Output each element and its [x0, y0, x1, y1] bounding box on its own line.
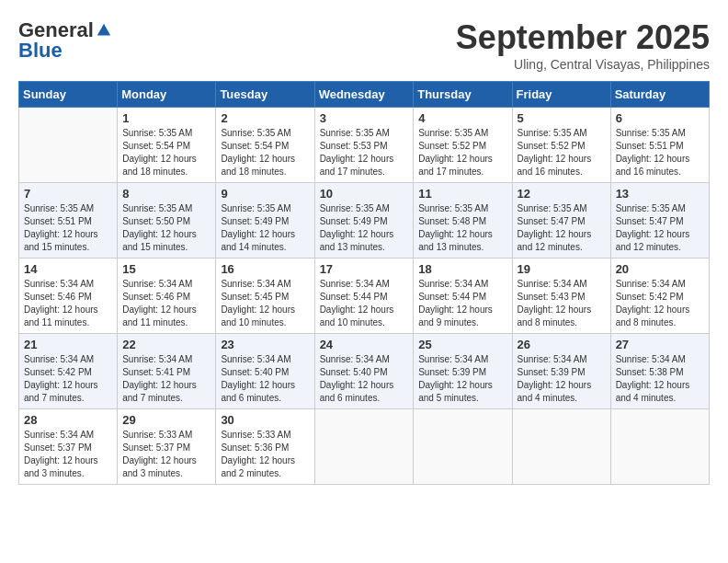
day-info: Sunrise: 5:35 AM Sunset: 5:50 PM Dayligh… [122, 202, 210, 254]
day-number: 27 [616, 338, 704, 351]
day-info: Sunrise: 5:35 AM Sunset: 5:47 PM Dayligh… [518, 202, 606, 254]
svg-marker-0 [97, 24, 110, 36]
day-number: 30 [221, 413, 309, 427]
day-number: 11 [418, 187, 506, 201]
logo: General Blue [18, 18, 112, 63]
calendar-cell [19, 108, 118, 183]
day-number: 10 [320, 187, 409, 201]
day-number: 17 [320, 262, 409, 276]
day-number: 20 [616, 262, 704, 276]
day-number: 3 [320, 111, 409, 125]
day-info: Sunrise: 5:34 AM Sunset: 5:37 PM Dayligh… [24, 429, 112, 480]
day-info: Sunrise: 5:34 AM Sunset: 5:44 PM Dayligh… [418, 278, 506, 329]
calendar-cell: 28Sunrise: 5:34 AM Sunset: 5:37 PM Dayli… [19, 409, 118, 485]
calendar-cell: 2Sunrise: 5:35 AM Sunset: 5:54 PM Daylig… [216, 108, 314, 183]
calendar-cell: 13Sunrise: 5:35 AM Sunset: 5:47 PM Dayli… [610, 183, 709, 259]
calendar-header-sunday: Sunday [19, 82, 118, 108]
calendar-cell: 26Sunrise: 5:34 AM Sunset: 5:39 PM Dayli… [512, 334, 610, 409]
logo-blue: Blue [18, 39, 63, 63]
calendar-cell: 9Sunrise: 5:35 AM Sunset: 5:49 PM Daylig… [216, 183, 314, 259]
day-number: 16 [221, 262, 309, 276]
calendar-cell: 5Sunrise: 5:35 AM Sunset: 5:52 PM Daylig… [512, 108, 610, 183]
calendar-cell: 8Sunrise: 5:35 AM Sunset: 5:50 PM Daylig… [118, 183, 216, 259]
calendar-week-row: 28Sunrise: 5:34 AM Sunset: 5:37 PM Dayli… [19, 409, 710, 485]
day-number: 26 [518, 338, 606, 351]
calendar-header-thursday: Thursday [414, 82, 512, 108]
day-number: 5 [518, 111, 606, 125]
calendar-cell: 11Sunrise: 5:35 AM Sunset: 5:48 PM Dayli… [414, 183, 512, 259]
calendar-cell: 7Sunrise: 5:35 AM Sunset: 5:51 PM Daylig… [19, 183, 118, 259]
calendar-cell [314, 409, 414, 485]
day-number: 6 [616, 111, 704, 125]
day-number: 21 [24, 338, 112, 351]
day-info: Sunrise: 5:34 AM Sunset: 5:42 PM Dayligh… [616, 278, 704, 329]
calendar-header-friday: Friday [512, 82, 610, 108]
calendar-cell: 24Sunrise: 5:34 AM Sunset: 5:40 PM Dayli… [314, 334, 414, 409]
day-number: 14 [24, 262, 112, 276]
calendar-cell: 4Sunrise: 5:35 AM Sunset: 5:52 PM Daylig… [414, 108, 512, 183]
day-number: 9 [221, 187, 309, 201]
day-info: Sunrise: 5:35 AM Sunset: 5:49 PM Dayligh… [320, 202, 409, 254]
day-number: 8 [122, 187, 210, 201]
day-number: 25 [418, 338, 506, 351]
calendar-cell: 30Sunrise: 5:33 AM Sunset: 5:36 PM Dayli… [216, 409, 314, 485]
calendar-cell [414, 409, 512, 485]
day-info: Sunrise: 5:34 AM Sunset: 5:46 PM Dayligh… [122, 278, 210, 329]
calendar-table: SundayMondayTuesdayWednesdayThursdayFrid… [18, 81, 710, 485]
day-info: Sunrise: 5:35 AM Sunset: 5:49 PM Dayligh… [221, 202, 309, 254]
day-info: Sunrise: 5:35 AM Sunset: 5:54 PM Dayligh… [221, 127, 309, 178]
day-info: Sunrise: 5:35 AM Sunset: 5:54 PM Dayligh… [122, 127, 210, 178]
day-info: Sunrise: 5:34 AM Sunset: 5:39 PM Dayligh… [418, 353, 506, 405]
calendar-cell: 16Sunrise: 5:34 AM Sunset: 5:45 PM Dayli… [216, 259, 314, 334]
calendar-cell: 17Sunrise: 5:34 AM Sunset: 5:44 PM Dayli… [314, 259, 414, 334]
month-title: September 2025 [456, 18, 710, 57]
day-number: 2 [221, 111, 309, 125]
day-info: Sunrise: 5:34 AM Sunset: 5:39 PM Dayligh… [518, 353, 606, 405]
calendar-cell: 23Sunrise: 5:34 AM Sunset: 5:40 PM Dayli… [216, 334, 314, 409]
day-info: Sunrise: 5:34 AM Sunset: 5:41 PM Dayligh… [122, 353, 210, 405]
calendar-header-monday: Monday [118, 82, 216, 108]
day-number: 13 [616, 187, 704, 201]
day-number: 18 [418, 262, 506, 276]
day-number: 15 [122, 262, 210, 276]
day-number: 12 [518, 187, 606, 201]
day-info: Sunrise: 5:34 AM Sunset: 5:38 PM Dayligh… [616, 353, 704, 405]
calendar-week-row: 14Sunrise: 5:34 AM Sunset: 5:46 PM Dayli… [19, 259, 710, 334]
day-info: Sunrise: 5:35 AM Sunset: 5:48 PM Dayligh… [418, 202, 506, 254]
day-info: Sunrise: 5:34 AM Sunset: 5:44 PM Dayligh… [320, 278, 409, 329]
calendar-cell: 18Sunrise: 5:34 AM Sunset: 5:44 PM Dayli… [414, 259, 512, 334]
day-info: Sunrise: 5:33 AM Sunset: 5:36 PM Dayligh… [221, 429, 309, 480]
calendar-week-row: 21Sunrise: 5:34 AM Sunset: 5:42 PM Dayli… [19, 334, 710, 409]
calendar-cell: 1Sunrise: 5:35 AM Sunset: 5:54 PM Daylig… [118, 108, 216, 183]
day-info: Sunrise: 5:35 AM Sunset: 5:51 PM Dayligh… [24, 202, 112, 254]
day-info: Sunrise: 5:33 AM Sunset: 5:37 PM Dayligh… [122, 429, 210, 480]
day-info: Sunrise: 5:35 AM Sunset: 5:51 PM Dayligh… [616, 127, 704, 178]
calendar-cell: 14Sunrise: 5:34 AM Sunset: 5:46 PM Dayli… [19, 259, 118, 334]
day-number: 7 [24, 187, 112, 201]
calendar-header-row: SundayMondayTuesdayWednesdayThursdayFrid… [19, 82, 710, 108]
calendar-cell: 20Sunrise: 5:34 AM Sunset: 5:42 PM Dayli… [610, 259, 709, 334]
day-info: Sunrise: 5:34 AM Sunset: 5:40 PM Dayligh… [320, 353, 409, 405]
calendar-header-tuesday: Tuesday [216, 82, 314, 108]
calendar-cell: 25Sunrise: 5:34 AM Sunset: 5:39 PM Dayli… [414, 334, 512, 409]
calendar-cell: 10Sunrise: 5:35 AM Sunset: 5:49 PM Dayli… [314, 183, 414, 259]
day-number: 23 [221, 338, 309, 351]
calendar-cell: 27Sunrise: 5:34 AM Sunset: 5:38 PM Dayli… [610, 334, 709, 409]
calendar-cell: 3Sunrise: 5:35 AM Sunset: 5:53 PM Daylig… [314, 108, 414, 183]
day-info: Sunrise: 5:34 AM Sunset: 5:42 PM Dayligh… [24, 353, 112, 405]
day-info: Sunrise: 5:34 AM Sunset: 5:46 PM Dayligh… [24, 278, 112, 329]
day-info: Sunrise: 5:35 AM Sunset: 5:52 PM Dayligh… [418, 127, 506, 178]
calendar-cell: 12Sunrise: 5:35 AM Sunset: 5:47 PM Dayli… [512, 183, 610, 259]
calendar-cell: 19Sunrise: 5:34 AM Sunset: 5:43 PM Dayli… [512, 259, 610, 334]
day-info: Sunrise: 5:34 AM Sunset: 5:43 PM Dayligh… [518, 278, 606, 329]
day-info: Sunrise: 5:34 AM Sunset: 5:45 PM Dayligh… [221, 278, 309, 329]
calendar-cell: 15Sunrise: 5:34 AM Sunset: 5:46 PM Dayli… [118, 259, 216, 334]
calendar-header-saturday: Saturday [610, 82, 709, 108]
calendar-week-row: 1Sunrise: 5:35 AM Sunset: 5:54 PM Daylig… [19, 108, 710, 183]
day-number: 28 [24, 413, 112, 427]
day-number: 22 [122, 338, 210, 351]
location-title: Uling, Central Visayas, Philippines [456, 57, 710, 72]
calendar-header-wednesday: Wednesday [314, 82, 414, 108]
day-info: Sunrise: 5:35 AM Sunset: 5:47 PM Dayligh… [616, 202, 704, 254]
day-info: Sunrise: 5:34 AM Sunset: 5:40 PM Dayligh… [221, 353, 309, 405]
